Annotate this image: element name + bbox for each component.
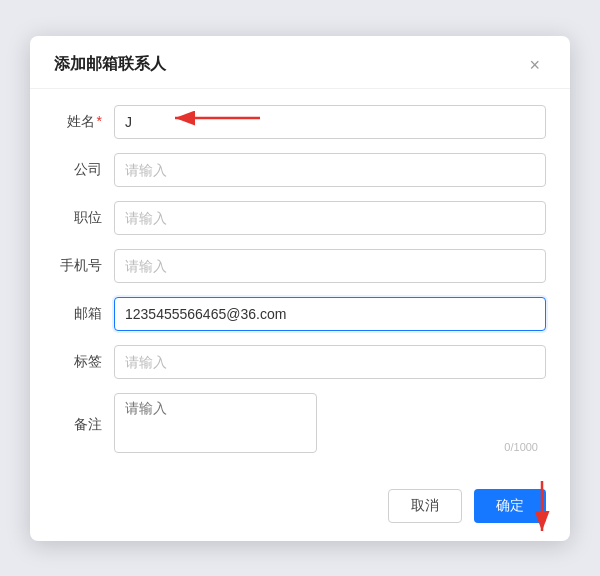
dialog-body: 姓名* 公司 职位 手机号 邮箱 标签 备注 0/ — [30, 89, 570, 479]
char-count: 0/1000 — [504, 441, 538, 453]
note-input[interactable] — [114, 393, 317, 453]
name-input[interactable] — [114, 105, 546, 139]
note-row: 备注 0/1000 — [54, 393, 546, 457]
confirm-button[interactable]: 确定 — [474, 489, 546, 523]
phone-input[interactable] — [114, 249, 546, 283]
add-contact-dialog: 添加邮箱联系人 × 姓名* 公司 职位 手机号 邮箱 标签 — [30, 36, 570, 541]
dialog-footer: 取消 确定 — [30, 479, 570, 541]
position-input[interactable] — [114, 201, 546, 235]
position-label: 职位 — [54, 209, 114, 227]
cancel-button[interactable]: 取消 — [388, 489, 462, 523]
close-button[interactable]: × — [523, 54, 546, 76]
note-label: 备注 — [54, 416, 114, 434]
phone-label: 手机号 — [54, 257, 114, 275]
name-row: 姓名* — [54, 105, 546, 139]
dialog-header: 添加邮箱联系人 × — [30, 36, 570, 89]
dialog-title: 添加邮箱联系人 — [54, 54, 166, 75]
tag-label: 标签 — [54, 353, 114, 371]
company-input[interactable] — [114, 153, 546, 187]
note-wrapper: 0/1000 — [114, 393, 546, 457]
position-row: 职位 — [54, 201, 546, 235]
company-row: 公司 — [54, 153, 546, 187]
name-label: 姓名* — [54, 113, 114, 131]
tag-row: 标签 — [54, 345, 546, 379]
email-input[interactable] — [114, 297, 546, 331]
phone-row: 手机号 — [54, 249, 546, 283]
email-row: 邮箱 — [54, 297, 546, 331]
company-label: 公司 — [54, 161, 114, 179]
tag-input[interactable] — [114, 345, 546, 379]
email-label: 邮箱 — [54, 305, 114, 323]
